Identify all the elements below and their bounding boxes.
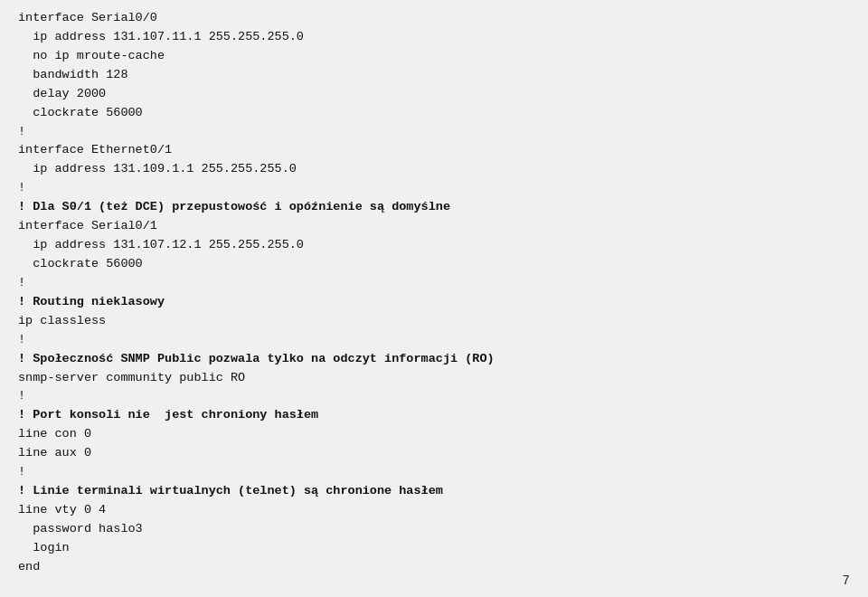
code-line: interface Serial0/1 bbox=[18, 219, 157, 232]
code-line: interface Ethernet0/1 bbox=[18, 143, 172, 156]
code-line: ! Linie terminali wirtualnych (telnet) s… bbox=[18, 484, 443, 498]
code-line: ip address 131.107.12.1 255.255.255.0 bbox=[18, 238, 304, 251]
code-line: snmp-server community public RO bbox=[18, 371, 245, 384]
code-line: interface Serial0/0 bbox=[18, 11, 157, 24]
code-line: ! Społeczność SNMP Public pozwala tylko … bbox=[18, 352, 495, 365]
code-line: ! Dla S0/1 (też DCE) przepustowość i opó… bbox=[18, 200, 450, 213]
code-line: clockrate 56000 bbox=[18, 106, 143, 119]
code-line: clockrate 56000 bbox=[18, 257, 143, 270]
code-line: line con 0 bbox=[18, 427, 91, 441]
code-line: delay 2000 bbox=[18, 87, 106, 100]
page-container: interface Serial0/0 ip address 131.107.1… bbox=[0, 0, 868, 597]
code-line: line vty 0 4 bbox=[18, 503, 106, 516]
code-line: ! Port konsoli nie jest chroniony hasłem bbox=[18, 408, 318, 422]
code-line: ip address 131.107.11.1 255.255.255.0 bbox=[18, 30, 304, 43]
code-line: ip classless bbox=[18, 314, 106, 327]
code-line: ! bbox=[18, 389, 25, 403]
code-block: interface Serial0/0 ip address 131.107.1… bbox=[18, 9, 850, 577]
code-line: no ip mroute-cache bbox=[18, 49, 165, 62]
code-line: ! Routing nieklasowy bbox=[18, 295, 165, 308]
code-line: ! bbox=[18, 465, 25, 479]
code-line: ! bbox=[18, 333, 25, 346]
code-line: ! bbox=[18, 181, 25, 194]
code-line: login bbox=[18, 541, 70, 554]
code-line: ip address 131.109.1.1 255.255.255.0 bbox=[18, 162, 297, 175]
code-line: ! bbox=[18, 125, 25, 138]
code-line: end bbox=[18, 560, 40, 573]
code-line: password haslo3 bbox=[18, 522, 143, 535]
page-number: 7 bbox=[843, 573, 850, 588]
code-line: ! bbox=[18, 276, 25, 289]
code-line: bandwidth 128 bbox=[18, 68, 128, 81]
code-line: line aux 0 bbox=[18, 446, 91, 460]
